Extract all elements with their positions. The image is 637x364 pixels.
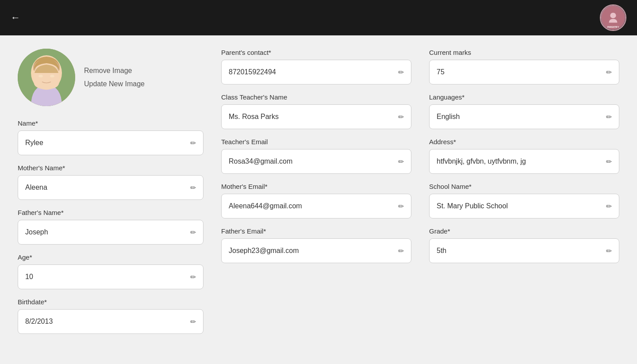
- field-value: English: [437, 113, 606, 121]
- middle-column: Parent's contact*872015922494Class Teach…: [221, 49, 411, 343]
- edit-icon[interactable]: [398, 68, 404, 77]
- field-value: htfvbnjkj, gfvbn, uytfvbnm, jg: [437, 157, 606, 165]
- field-input-wrapper: Joseph: [18, 220, 203, 245]
- svg-point-6: [38, 75, 43, 77]
- field-label: Grade*: [429, 227, 619, 235]
- field-input-wrapper: htfvbnjkj, gfvbn, uytfvbnm, jg: [429, 149, 619, 174]
- field-input-wrapper: Aleena: [18, 175, 203, 200]
- field-group: Teacher's EmailRosa34@gmail.com: [221, 138, 411, 174]
- field-label: Current marks: [429, 49, 619, 56]
- field-input-wrapper: St. Mary Public School: [429, 194, 619, 218]
- field-label: Birthdate*: [18, 298, 203, 306]
- field-value: 75: [437, 68, 606, 76]
- logo: PARENTIFY: [600, 4, 626, 31]
- field-value: Joseph23@gmail.com: [229, 247, 398, 255]
- update-image-link[interactable]: Update New Image: [84, 80, 145, 88]
- edit-icon[interactable]: [190, 228, 196, 237]
- field-input-wrapper: Rylee: [18, 130, 203, 155]
- field-group: Mother's Email*Aleena644@gmail.com: [221, 183, 411, 218]
- remove-image-link[interactable]: Remove Image: [84, 67, 145, 75]
- field-input-wrapper: 5th: [429, 238, 619, 263]
- field-label: Mother's Name*: [18, 164, 203, 172]
- field-label: Parent's contact*: [221, 49, 411, 56]
- field-input-wrapper: English: [429, 104, 619, 129]
- field-label: Teacher's Email: [221, 138, 411, 146]
- field-input-wrapper: Rosa34@gmail.com: [221, 149, 411, 174]
- field-value: Ms. Rosa Parks: [229, 113, 398, 121]
- field-label: Mother's Email*: [221, 183, 411, 190]
- field-input-wrapper: Joseph23@gmail.com: [221, 238, 411, 263]
- field-group: Name*Rylee: [18, 119, 203, 155]
- field-group: Current marks75: [429, 49, 619, 84]
- edit-icon[interactable]: [606, 246, 612, 256]
- field-value: 8/2/2013: [25, 318, 190, 326]
- field-label: Age*: [18, 253, 203, 261]
- edit-icon[interactable]: [398, 112, 404, 122]
- field-value: Rylee: [25, 139, 190, 147]
- field-group: Birthdate*8/2/2013: [18, 298, 203, 334]
- logo-icon: PARENTIFY: [600, 5, 626, 30]
- field-input-wrapper: 8/2/2013: [18, 309, 203, 334]
- field-group: Address*htfvbnjkj, gfvbn, uytfvbnm, jg: [429, 138, 619, 174]
- field-group: Parent's contact*872015922494: [221, 49, 411, 84]
- field-label: Name*: [18, 119, 203, 127]
- field-input-wrapper: 10: [18, 264, 203, 289]
- field-value: Aleena: [25, 184, 190, 192]
- field-value: 5th: [437, 247, 606, 255]
- edit-icon[interactable]: [398, 246, 404, 256]
- field-input-wrapper: Ms. Rosa Parks: [221, 104, 411, 129]
- field-group: Mother's Name*Aleena: [18, 164, 203, 200]
- edit-icon[interactable]: [398, 202, 404, 211]
- edit-icon[interactable]: [398, 157, 404, 166]
- field-label: Languages*: [429, 93, 619, 101]
- field-label: Address*: [429, 138, 619, 146]
- field-value: St. Mary Public School: [437, 202, 606, 210]
- left-column: Remove Image Update New Image Name*Rylee…: [18, 49, 203, 343]
- field-label: Class Teacher's Name: [221, 93, 411, 101]
- field-group: Father's Email*Joseph23@gmail.com: [221, 227, 411, 263]
- field-label: Father's Name*: [18, 209, 203, 216]
- back-button[interactable]: ←: [11, 12, 20, 23]
- mid-fields: Parent's contact*872015922494Class Teach…: [221, 49, 411, 272]
- field-group: Class Teacher's NameMs. Rosa Parks: [221, 93, 411, 129]
- field-value: Joseph: [25, 228, 190, 236]
- edit-icon[interactable]: [606, 68, 612, 77]
- field-label: Father's Email*: [221, 227, 411, 235]
- field-label: School Name*: [429, 183, 619, 190]
- avatar: [18, 49, 75, 106]
- field-input-wrapper: 872015922494: [221, 60, 411, 84]
- avatar-actions: Remove Image Update New Image: [84, 67, 145, 88]
- main-content: Remove Image Update New Image Name*Rylee…: [0, 35, 637, 356]
- edit-icon[interactable]: [606, 202, 612, 211]
- field-input-wrapper: Aleena644@gmail.com: [221, 194, 411, 218]
- field-input-wrapper: 75: [429, 60, 619, 84]
- field-group: Father's Name*Joseph: [18, 209, 203, 245]
- svg-text:PARENTIFY: PARENTIFY: [607, 26, 619, 28]
- field-group: Age*10: [18, 253, 203, 289]
- field-group: Grade*5th: [429, 227, 619, 263]
- field-value: 872015922494: [229, 68, 398, 76]
- edit-icon[interactable]: [190, 272, 196, 282]
- edit-icon[interactable]: [190, 138, 196, 148]
- edit-icon[interactable]: [606, 157, 612, 166]
- edit-icon[interactable]: [606, 112, 612, 122]
- edit-icon[interactable]: [190, 317, 196, 326]
- field-group: Languages*English: [429, 93, 619, 129]
- field-value: Aleena644@gmail.com: [229, 202, 398, 210]
- field-group: School Name*St. Mary Public School: [429, 183, 619, 218]
- svg-point-7: [50, 75, 54, 77]
- left-fields: Name*RyleeMother's Name*AleenaFather's N…: [18, 119, 203, 343]
- edit-icon[interactable]: [190, 183, 196, 192]
- header: ← PARENTIFY: [0, 0, 637, 35]
- field-value: 10: [25, 273, 190, 281]
- right-fields: Current marks75Languages*EnglishAddress*…: [429, 49, 619, 272]
- right-column: Current marks75Languages*EnglishAddress*…: [429, 49, 619, 343]
- avatar-section: Remove Image Update New Image: [18, 49, 203, 106]
- field-value: Rosa34@gmail.com: [229, 157, 398, 165]
